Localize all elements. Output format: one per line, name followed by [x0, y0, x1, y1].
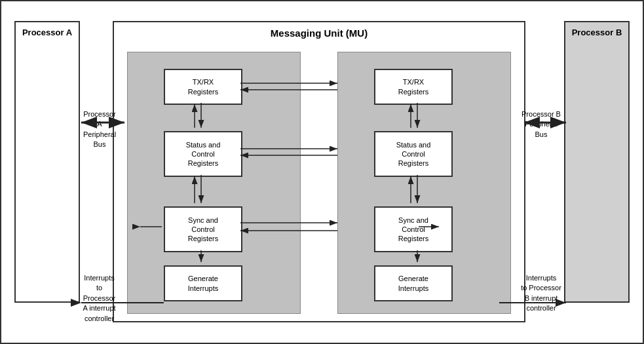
right-txrx-box: TX/RX Registers: [374, 69, 453, 105]
messaging-unit-title: Messaging Unit (MU): [114, 28, 524, 39]
processor-b-label: Processor B: [572, 28, 622, 37]
int-b-label: Interruptsto ProcessorB interruptcontrol…: [518, 273, 564, 314]
left-sync-box: Sync and Control Registers: [164, 206, 242, 252]
proc-a-bus-label: Processor APeripheralBus: [83, 109, 116, 150]
right-status-box: Status and Control Registers: [374, 131, 453, 177]
right-sync-box: Sync and Control Registers: [374, 206, 453, 252]
int-a-label: Interruptsto ProcessorA interruptcontrol…: [81, 273, 117, 324]
left-gen-box: Generate Interrupts: [164, 265, 242, 301]
right-gen-box: Generate Interrupts: [374, 265, 453, 301]
diagram-container: Processor A Processor B Messaging Unit (…: [0, 0, 644, 344]
mu-panel-left: TX/RX Registers Status and Control Regis…: [127, 52, 301, 314]
processor-b: Processor B: [564, 21, 630, 303]
messaging-unit: Messaging Unit (MU) TX/RX Registers Stat…: [113, 21, 525, 322]
left-status-box: Status and Control Registers: [164, 131, 242, 177]
processor-a: Processor A: [14, 21, 80, 303]
left-txrx-box: TX/RX Registers: [164, 69, 242, 105]
processor-a-label: Processor A: [22, 28, 72, 37]
mu-panel-right: TX/RX Registers Status and Control Regis…: [337, 52, 511, 314]
proc-b-bus-label: Processor BPeripheralBus: [521, 109, 561, 140]
